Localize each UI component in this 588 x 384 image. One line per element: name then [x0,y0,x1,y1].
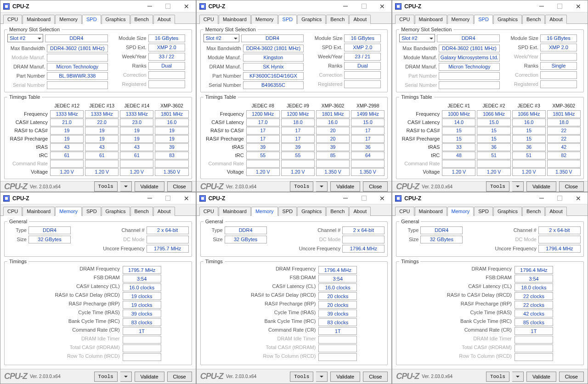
app-icon [3,195,10,202]
tab-about[interactable]: About [153,15,175,24]
tools-dropdown[interactable] [120,181,132,192]
tab-graphics[interactable]: Graphics [102,207,130,216]
spd-ext-value: XMP 2.0 [148,44,185,51]
validate-button[interactable]: Validate [330,181,360,192]
tab-mainboard[interactable]: Mainboard [415,15,447,24]
close-button[interactable]: Close [363,181,388,192]
tools-dropdown[interactable] [316,181,328,192]
close-button[interactable] [373,192,391,204]
tools-button[interactable]: Tools [290,372,313,382]
tab-graphics[interactable]: Graphics [297,207,326,216]
tab-bench[interactable]: Bench [326,15,349,24]
tab-spd[interactable]: SPD [474,207,493,216]
tools-button[interactable]: Tools [486,372,509,382]
tools-button[interactable]: Tools [94,181,118,192]
tab-cpu[interactable]: CPU [199,207,218,216]
min-button[interactable] [532,0,551,12]
slot-select[interactable]: Slot #2 [7,34,43,42]
tab-bench[interactable]: Bench [326,207,349,216]
max-button[interactable] [159,192,177,204]
validate-button[interactable]: Validate [526,181,556,192]
close-button[interactable]: Close [167,181,192,192]
tools-button[interactable]: Tools [486,181,509,192]
tab-about[interactable]: About [545,207,567,216]
tab-cpu[interactable]: CPU [395,15,414,24]
tab-graphics[interactable]: Graphics [102,15,130,24]
close-button[interactable]: Close [559,181,584,192]
min-button[interactable] [336,192,355,204]
timing-cell: 23.0 [120,119,153,126]
tab-mainboard[interactable]: Mainboard [23,207,55,216]
tools-dropdown[interactable] [120,372,132,382]
tab-memory[interactable]: Memory [55,207,82,216]
tab-about[interactable]: About [153,207,175,216]
timing-cell: 20 [316,127,350,135]
tab-graphics[interactable]: Graphics [297,15,326,24]
close-button[interactable] [569,192,588,204]
close-button[interactable]: Close [559,372,584,382]
tab-bench[interactable]: Bench [522,15,545,24]
max-button[interactable] [551,192,569,204]
min-button[interactable] [336,0,355,12]
close-button[interactable] [177,192,196,204]
tools-dropdown[interactable] [512,372,524,382]
tab-mainboard[interactable]: Mainboard [219,207,251,216]
mem-timing-label: Cycle Time (tRAS) [224,310,316,318]
registered-value [148,80,185,88]
tab-memory[interactable]: Memory [447,15,474,24]
tab-bar: CPUMainboardMemorySPDGraphicsBenchAbout [197,12,392,24]
tab-memory[interactable]: Memory [251,207,278,216]
tab-cpu[interactable]: CPU [199,15,218,24]
close-button[interactable] [569,0,588,12]
tab-spd[interactable]: SPD [82,15,101,24]
min-button[interactable] [141,0,159,12]
close-button[interactable]: Close [363,372,388,382]
validate-button[interactable]: Validate [330,372,360,382]
tools-dropdown[interactable] [316,372,328,382]
tab-spd[interactable]: SPD [278,15,297,24]
validate-button[interactable]: Validate [135,181,164,192]
tab-about[interactable]: About [349,207,371,216]
tab-bench[interactable]: Bench [130,15,153,24]
spd-ext-label: SPD Ext. [111,45,147,50]
mem-timing-value: 1795.7 MHz [123,266,161,274]
close-button[interactable] [177,0,196,12]
timing-cell: 15 [512,135,546,143]
min-button[interactable] [532,192,551,204]
max-button[interactable] [159,0,177,12]
memory-slot-group: Memory Slot SelectionSlot #2DDR4Max Band… [4,27,192,92]
tools-dropdown[interactable] [512,181,524,192]
tools-button[interactable]: Tools [94,372,118,382]
tab-bench[interactable]: Bench [522,207,545,216]
tab-cpu[interactable]: CPU [3,15,22,24]
tab-memory[interactable]: Memory [447,207,474,216]
tab-about[interactable]: About [545,15,567,24]
tab-mainboard[interactable]: Mainboard [23,15,55,24]
tab-spd[interactable]: SPD [82,207,101,216]
tab-cpu[interactable]: CPU [3,207,22,216]
close-button[interactable] [373,0,391,12]
tab-spd[interactable]: SPD [474,15,493,24]
tab-about[interactable]: About [349,15,371,24]
timing-cell: 1200 MHz [281,110,315,118]
close-button[interactable]: Close [167,372,192,382]
tab-bench[interactable]: Bench [130,207,153,216]
tab-graphics[interactable]: Graphics [493,15,522,24]
validate-button[interactable]: Validate [135,372,164,382]
slot-select[interactable]: Slot #2 [399,34,435,42]
max-button[interactable] [355,192,373,204]
max-button[interactable] [551,0,569,12]
tools-button[interactable]: Tools [290,181,313,192]
tab-spd[interactable]: SPD [278,207,297,216]
max-button[interactable] [355,0,373,12]
tab-mainboard[interactable]: Mainboard [219,15,251,24]
tab-graphics[interactable]: Graphics [493,207,522,216]
tab-cpu[interactable]: CPU [395,207,414,216]
tab-memory[interactable]: Memory [55,15,82,24]
tab-memory[interactable]: Memory [251,15,278,24]
tab-mainboard[interactable]: Mainboard [415,207,447,216]
slot-select[interactable]: Slot #2 [204,34,239,42]
correction-value [344,71,381,79]
min-button[interactable] [141,192,159,204]
validate-button[interactable]: Validate [526,372,556,382]
